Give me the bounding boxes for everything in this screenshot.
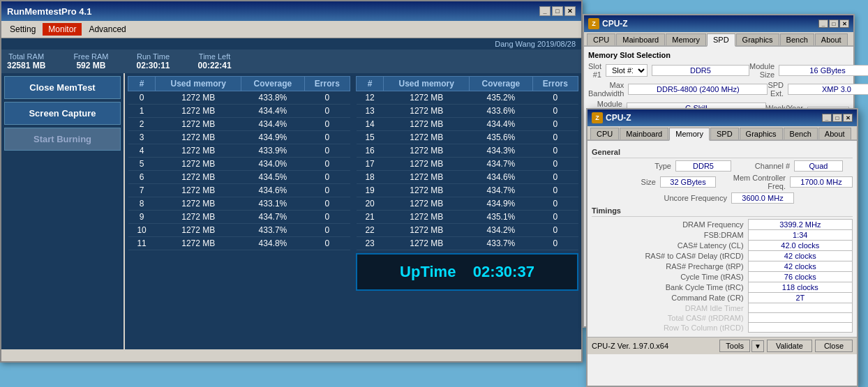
- table-row: 131272 MB433.6%0: [357, 105, 578, 118]
- table-row: 31272 MB434.9%0: [128, 131, 350, 144]
- stat-free-ram: Free RAM 592 MB: [73, 52, 108, 70]
- menu-monitor[interactable]: Monitor: [43, 23, 82, 36]
- cpuz-front-close[interactable]: ✕: [843, 114, 853, 122]
- cpuz-front-icon: Z: [592, 112, 603, 123]
- row-to-col-value: [748, 323, 852, 333]
- cpuz-back-tab-spd[interactable]: SPD: [707, 33, 735, 47]
- right-data-table: # Used memory Coverage Errors 121272 MB4…: [356, 76, 578, 250]
- validate-btn[interactable]: Validate: [767, 340, 812, 352]
- timings-section: Timings: [592, 206, 853, 217]
- table-row: 121272 MB435.2%0: [357, 91, 578, 105]
- ras-precharge-label: RAS# Precharge (tRP): [592, 261, 748, 272]
- cpuz-front-max[interactable]: □: [832, 114, 842, 122]
- cpuz-front-tab-spd[interactable]: SPD: [710, 128, 739, 139]
- cpuz-front-content: General Type DDR5 Channel # Quad Size 32…: [588, 141, 857, 337]
- timings-table: DRAM Frequency 3399.2 MHz FSB:DRAM 1:34 …: [592, 219, 853, 333]
- table-row: 01272 MB433.8%0: [128, 91, 350, 105]
- cpuz-back-tab-graphics[interactable]: Graphics: [736, 33, 779, 45]
- cpuz-back-tab-bench[interactable]: Bench: [780, 33, 814, 45]
- close-btn[interactable]: ✕: [564, 6, 576, 16]
- cpuz-front-min[interactable]: _: [822, 114, 832, 122]
- channel-value: Quad: [794, 160, 843, 172]
- cpuz-footer-btns: Tools ▼ Validate Close: [719, 340, 853, 352]
- screen-capture-btn[interactable]: Screen Capture: [4, 102, 121, 125]
- cpuz-back-tab-mainboard[interactable]: Mainboard: [616, 33, 665, 45]
- memtest-menubar: Setting Monitor Advanced: [1, 21, 581, 38]
- stat-total-ram: Total RAM 32581 MB: [7, 52, 45, 70]
- cpuz-back-tab-cpu[interactable]: CPU: [587, 33, 615, 45]
- spd-ext: XMP 3.0: [788, 84, 868, 95]
- dram-idle-row: DRAM Idle Timer: [592, 303, 853, 313]
- menu-advanced[interactable]: Advanced: [83, 23, 131, 36]
- cpuz-back-tabs: CPU Mainboard Memory SPD Graphics Bench …: [584, 32, 853, 47]
- cpuz-front-title: CPU-Z: [606, 113, 631, 123]
- memtest-titlebar: RunMemtestPro 4.1 _ □ ✕: [1, 1, 581, 21]
- col-errors: Errors: [304, 77, 350, 91]
- uptime-value: 02:30:37: [473, 263, 534, 280]
- start-burning-btn[interactable]: Start Burning: [4, 128, 121, 151]
- minimize-btn[interactable]: _: [539, 6, 551, 16]
- cpuz-front-tab-about[interactable]: About: [818, 128, 851, 139]
- menu-setting[interactable]: Setting: [4, 23, 41, 36]
- close-cpuz-btn[interactable]: Close: [815, 340, 853, 352]
- slot-select[interactable]: Slot #1: [606, 64, 648, 77]
- table-row: 171272 MB434.7%0: [357, 158, 578, 171]
- cpuz-front-btns: _ □ ✕: [822, 114, 853, 122]
- left-data-table: # Used memory Coverage Errors 01272 MB43…: [128, 76, 350, 250]
- tools-btn[interactable]: Tools: [719, 340, 750, 352]
- cpuz-front-tab-bench[interactable]: Bench: [784, 128, 818, 139]
- cpuz-ver: CPU-Z Ver. 1.97.0.x64: [592, 342, 668, 350]
- total-cas-label: Total CAS# (tRDRAM): [592, 313, 748, 323]
- table-row: 101272 MB433.7%0: [128, 224, 350, 237]
- table-row: 21272 MB434.4%0: [128, 118, 350, 131]
- tools-dropdown[interactable]: ▼: [751, 340, 764, 352]
- cpuz-back-title-left: Z CPU-Z: [588, 18, 628, 29]
- uncore-row: Uncore Frequency 3600.0 MHz: [592, 192, 853, 204]
- bank-cycle-label: Bank Cycle Time (tRC): [592, 282, 748, 293]
- cpuz-front-tab-cpu[interactable]: CPU: [590, 128, 619, 139]
- cpuz-back-tab-about[interactable]: About: [815, 33, 848, 45]
- col-err-r: Errors: [532, 77, 578, 91]
- command-rate-label: Command Rate (CR): [592, 293, 748, 303]
- dram-freq-row: DRAM Frequency 3399.2 MHz: [592, 220, 853, 230]
- cpuz-footer: CPU-Z Ver. 1.97.0.x64 Tools ▼ Validate C…: [588, 337, 857, 354]
- cpuz-front-tab-memory[interactable]: Memory: [669, 128, 710, 141]
- memtest-title: RunMemtestPro 4.1: [7, 6, 91, 17]
- cpuz-back-min[interactable]: _: [818, 20, 828, 28]
- slot-section-title: Memory Slot Selection: [588, 51, 849, 59]
- max-bw: DDR5-4800 (2400 MHz): [628, 84, 768, 95]
- cpuz-back-tab-memory[interactable]: Memory: [666, 33, 706, 45]
- cpuz-back-title: CPU-Z: [602, 19, 628, 29]
- slot-row: Slot #1 Slot #1 DDR5 Module Size 16 GByt…: [588, 62, 849, 79]
- bank-cycle-value: 118 clocks: [748, 282, 852, 293]
- max-bw-row: Max Bandwidth DDR5-4800 (2400 MHz) SPD E…: [588, 81, 849, 98]
- cpuz-front-tab-mainboard[interactable]: Mainboard: [620, 128, 668, 139]
- cpuz-back-btns: _ □ ✕: [818, 20, 849, 28]
- type-row: Type DDR5 Channel # Quad: [592, 160, 853, 172]
- table-row: 221272 MB434.2%0: [357, 224, 578, 237]
- table-row: 11272 MB434.4%0: [128, 105, 350, 118]
- cpuz-back-max[interactable]: □: [829, 20, 839, 28]
- general-section: General: [592, 148, 853, 158]
- memtest-left-table: # Used memory Coverage Errors 01272 MB43…: [125, 73, 353, 349]
- col-coverage: Coverage: [241, 77, 304, 91]
- command-rate-row: Command Rate (CR) 2T: [592, 293, 853, 303]
- close-memtest-btn[interactable]: Close MemTest: [4, 76, 121, 99]
- row-to-col-label: Row To Column (tRCD): [592, 323, 748, 333]
- table-row: 61272 MB434.5%0: [128, 171, 350, 184]
- ras-cas-row: RAS# to CAS# Delay (tRCD) 42 clocks: [592, 251, 853, 261]
- maximize-btn[interactable]: □: [552, 6, 563, 16]
- table-row: 211272 MB435.1%0: [357, 211, 578, 224]
- table-row: 91272 MB434.7%0: [128, 211, 350, 224]
- titlebar-buttons: _ □ ✕: [539, 6, 576, 16]
- cas-value: 42.0 clocks: [748, 241, 852, 251]
- total-cas-value: [748, 313, 852, 323]
- mem-ctrl-value: 1700.0 MHz: [790, 176, 853, 188]
- cpuz-front-tabs: CPU Mainboard Memory SPD Graphics Bench …: [588, 126, 857, 141]
- memtest-body: Close MemTest Screen Capture Start Burni…: [1, 73, 581, 349]
- cpuz-front-tab-graphics[interactable]: Graphics: [740, 128, 783, 139]
- uncore-value: 3600.0 MHz: [731, 192, 794, 204]
- stat-run-time: Run Time 02:30:11: [137, 52, 170, 70]
- cpuz-back-close[interactable]: ✕: [839, 20, 849, 28]
- tools-row: Tools ▼: [719, 340, 764, 352]
